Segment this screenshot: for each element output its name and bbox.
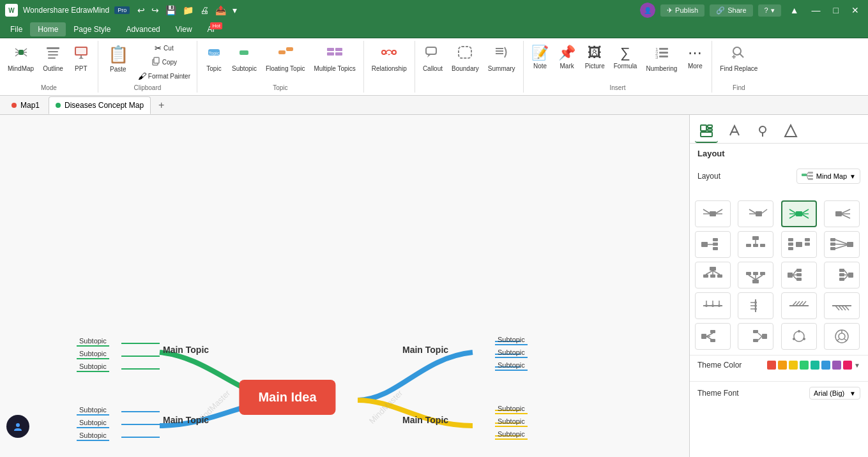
find-replace-button[interactable]: Find Replace — [716, 42, 761, 75]
subtopic-bl3[interactable]: Subtopic — [77, 431, 109, 441]
panel-tab-marker[interactable] — [751, 120, 774, 143]
maximize-button[interactable]: □ — [830, 4, 842, 17]
tab-map1[interactable]: Map1 — [5, 96, 46, 114]
layout-option-9[interactable] — [738, 262, 773, 288]
subtopic-br1[interactable]: Subtopic — [495, 404, 528, 414]
print-button[interactable]: 🖨 — [197, 4, 211, 17]
color-purple[interactable] — [832, 361, 841, 370]
layout-option-7[interactable] — [824, 231, 860, 258]
menu-ai[interactable]: AI Hot — [200, 22, 222, 36]
layout-option-11[interactable] — [824, 262, 860, 288]
color-yellow[interactable] — [789, 361, 798, 370]
summary-button[interactable]: Summary — [484, 42, 519, 75]
panel-tab-outline[interactable] — [779, 120, 802, 143]
picture-button[interactable]: 🖼 Picture — [581, 42, 609, 73]
layout-option-6[interactable] — [781, 231, 817, 258]
layout-option-18[interactable] — [781, 323, 817, 350]
note-button[interactable]: 📝 Note — [528, 42, 553, 73]
copy-button[interactable]: Copy — [135, 56, 193, 69]
relationship-button[interactable]: Relationship — [368, 42, 411, 75]
layout-select[interactable]: Mind Map ▼ — [796, 169, 860, 184]
formula-button[interactable]: ∑ Formula — [610, 42, 641, 73]
numbering-button[interactable]: 123 Numbering — [642, 42, 681, 75]
color-teal[interactable] — [811, 361, 819, 370]
menu-home[interactable]: Home — [30, 22, 66, 36]
export-button[interactable]: 📤 — [213, 4, 229, 17]
theme-font-select[interactable]: Arial (Big) ▼ — [809, 387, 860, 400]
layout-option-3[interactable] — [824, 200, 860, 227]
mindmap-button[interactable]: MindMap — [4, 42, 38, 75]
layout-option-8[interactable] — [695, 262, 731, 288]
layout-option-10[interactable] — [781, 262, 817, 288]
callout-button[interactable]: Callout — [419, 42, 446, 75]
subtopic-tr1[interactable]: Subtopic — [495, 335, 528, 345]
help-button[interactable]: ?▾ — [758, 4, 781, 17]
undo-button[interactable]: ↩ — [135, 4, 148, 17]
topic-top-left[interactable]: Main Topic — [163, 345, 209, 355]
tab-diseases-concept-map[interactable]: Diseases Concept Map — [49, 96, 151, 114]
main-idea-node[interactable]: Main Idea — [239, 380, 335, 415]
canvas[interactable]: Main Idea MindMaster MindMaster Main Top… — [0, 115, 689, 457]
subtopic-tr3[interactable]: Subtopic — [495, 361, 528, 371]
layout-option-12[interactable] — [695, 292, 731, 319]
topic-bottom-left[interactable]: Main Topic — [163, 415, 209, 425]
theme-color-swatches[interactable]: ▼ — [767, 361, 860, 370]
color-blue[interactable] — [821, 361, 830, 370]
topic-bottom-right[interactable]: Main Topic — [402, 415, 448, 425]
subtopic-br3[interactable]: Subtopic — [495, 430, 528, 440]
boundary-button[interactable]: Boundary — [448, 42, 483, 75]
menu-advanced[interactable]: Advanced — [118, 22, 167, 36]
format-painter-button[interactable]: 🖌 Format Painter — [135, 70, 193, 82]
layout-option-5[interactable] — [738, 231, 773, 258]
paste-button[interactable]: 📋 Paste — [102, 42, 134, 83]
share-button[interactable]: 🔗 Share — [710, 4, 752, 17]
subtopic-br2[interactable]: Subtopic — [495, 417, 528, 427]
ppt-button[interactable]: PPT — [68, 42, 94, 75]
menu-page-style[interactable]: Page Style — [66, 22, 118, 36]
subtopic-bl1[interactable]: Subtopic — [77, 405, 109, 416]
floating-topic-button[interactable]: Floating Topic — [262, 42, 309, 75]
more-insert-button[interactable]: ⋯ More — [682, 42, 708, 73]
collapse-ribbon-button[interactable]: ▲ — [786, 4, 803, 17]
publish-button[interactable]: ✈ Publish — [660, 4, 704, 17]
layout-option-4[interactable] — [695, 231, 731, 258]
layout-option-19[interactable] — [824, 323, 860, 350]
layout-option-14[interactable] — [781, 292, 817, 319]
redo-button[interactable]: ↪ — [149, 4, 162, 17]
color-red[interactable] — [767, 361, 776, 370]
cut-button[interactable]: ✂ Cut — [135, 42, 193, 54]
save-button[interactable]: 💾 — [163, 4, 179, 17]
layout-option-13[interactable] — [738, 292, 773, 319]
subtopic-button[interactable]: Subtopic — [228, 42, 261, 75]
multiple-topics-button[interactable]: Multiple Topics — [310, 42, 359, 75]
more-quick-button[interactable]: ▾ — [230, 4, 240, 17]
tab-add-button[interactable]: + — [153, 98, 169, 112]
open-button[interactable]: 📁 — [180, 4, 196, 17]
subtopic-bl2[interactable]: Subtopic — [77, 418, 109, 428]
color-orange[interactable] — [778, 361, 787, 370]
color-green[interactable] — [800, 361, 809, 370]
menu-view[interactable]: View — [168, 22, 200, 36]
subtopic-tr2[interactable]: Subtopic — [495, 348, 528, 358]
layout-option-0[interactable] — [695, 200, 731, 227]
layout-option-16[interactable] — [695, 323, 731, 350]
layout-option-2[interactable] — [781, 200, 817, 227]
minimize-button[interactable]: — — [808, 4, 825, 17]
panel-tab-layout[interactable] — [695, 120, 718, 143]
subtopic-tl3[interactable]: Subtopic — [77, 362, 109, 372]
theme-color-dropdown[interactable]: ▼ — [854, 362, 860, 369]
subtopic-tl2[interactable]: Subtopic — [77, 349, 109, 359]
user-avatar[interactable]: 👤 — [640, 3, 655, 18]
avatar-button[interactable] — [6, 415, 29, 438]
layout-option-1[interactable] — [738, 200, 773, 227]
panel-tab-style[interactable] — [723, 120, 746, 143]
subtopic-tl1[interactable]: Subtopic — [77, 336, 109, 347]
color-pink[interactable] — [843, 361, 852, 370]
topic-button[interactable]: Topic Topic — [201, 42, 227, 75]
layout-option-15[interactable] — [824, 292, 860, 319]
topic-top-right[interactable]: Main Topic — [402, 345, 448, 355]
outline-button[interactable]: Outline — [39, 42, 67, 75]
menu-file[interactable]: File — [3, 22, 30, 36]
mark-button[interactable]: 📌 Mark — [554, 42, 580, 73]
layout-option-17[interactable] — [738, 323, 773, 350]
